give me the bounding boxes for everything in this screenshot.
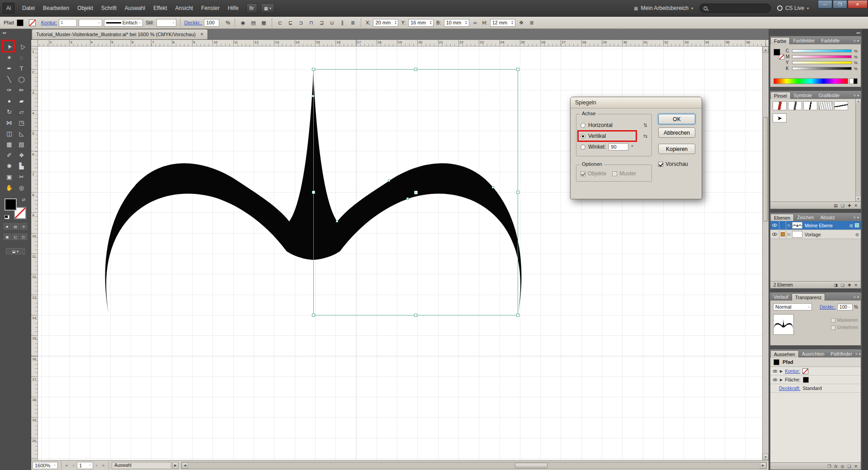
previous-page-button[interactable]: ‹ — [70, 463, 77, 468]
mesh-tool[interactable]: ▦ — [3, 139, 15, 150]
preview-checkbox[interactable] — [658, 162, 663, 167]
stepper-icon[interactable]: ▴▾ — [512, 20, 513, 25]
appearance-opacity-row[interactable]: Deckkraft: Standard — [770, 384, 861, 393]
search-input[interactable] — [699, 4, 771, 13]
visibility-toggle[interactable] — [770, 221, 779, 230]
gradient-tool[interactable]: ▤ — [15, 139, 28, 150]
panel-scrollbar[interactable]: ▲▼ — [855, 99, 861, 202]
zoom-tool[interactable]: ◎ — [15, 182, 28, 193]
anchor-point[interactable] — [336, 220, 338, 222]
gradient-mode-button[interactable]: ▤ — [12, 223, 19, 230]
symbol-sprayer-tool[interactable]: ✺ — [3, 160, 15, 171]
layer-row-vorlage[interactable]: ▷Vorlage◎ — [770, 230, 861, 239]
x-input[interactable]: 20 mm ▴▾ — [373, 19, 398, 27]
new-folder-icon[interactable]: ❏ — [841, 203, 844, 208]
document-setup-icon[interactable]: ▤ — [249, 19, 258, 27]
vertical-ruler[interactable]: 1234567891011121314151617181920 — [31, 47, 38, 460]
next-page-button[interactable]: › — [93, 463, 100, 468]
paintbrush-tool[interactable]: ✑ — [3, 85, 15, 95]
scroll-up-icon[interactable]: ▲ — [763, 47, 769, 53]
dialog-titlebar[interactable]: Spiegeln — [571, 97, 702, 108]
layer-target-icon[interactable]: ◎ — [854, 232, 861, 237]
brushes-tab-symbole[interactable]: Symbole — [791, 92, 816, 99]
column-graph-tool[interactable]: ▙ — [15, 160, 28, 171]
blend-tool[interactable]: ❖ — [15, 150, 28, 160]
dock-collapse-icon[interactable]: ▸▸ — [857, 31, 860, 35]
scale-tool[interactable]: ▱ — [15, 106, 28, 117]
arrange-documents-button[interactable]: ▦ ▾ — [261, 3, 274, 13]
preview-row[interactable]: Vorschau — [658, 161, 695, 167]
layer-row-meine-ebene[interactable]: ▷Meine Ebene◎ — [770, 221, 861, 230]
visibility-toggle[interactable] — [770, 230, 779, 239]
pen-tool[interactable]: ✒ — [3, 63, 15, 74]
scroll-left-icon[interactable]: ◀ — [182, 462, 188, 469]
style-select[interactable]: ▾ — [156, 19, 176, 27]
brushes-tab-pinsel[interactable]: Pinsel — [770, 92, 791, 99]
opacity-flyout-icon[interactable]: ▸ — [221, 21, 223, 25]
workspace-switcher[interactable]: ▦ Mein Arbeitsbereich ▾ — [634, 5, 693, 11]
menu-fenster[interactable]: Fenster — [197, 3, 224, 14]
transparency-opacity-link[interactable]: Deckkr.: — [820, 305, 836, 310]
draw-inside-button[interactable]: ◰ — [20, 234, 27, 240]
swap-fill-stroke-icon[interactable]: ⇄ — [22, 197, 25, 202]
channel-slider-y[interactable] — [792, 61, 852, 64]
lock-toggle[interactable] — [779, 230, 786, 239]
distribute-horizontal-icon[interactable]: ∥ — [338, 19, 347, 27]
shape-builder-tool[interactable]: ◫ — [3, 128, 15, 139]
magic-wand-tool[interactable]: ✶ — [3, 52, 15, 63]
cs-live-menu[interactable]: CS Live ▾ — [777, 5, 809, 11]
anchor-point[interactable] — [406, 197, 409, 200]
angle-radio[interactable] — [580, 145, 585, 150]
align-right-icon[interactable]: ⊐ — [297, 19, 305, 27]
toolbar-collapse-icon[interactable]: ◂◂ — [0, 29, 8, 37]
lasso-tool[interactable]: ◌ — [15, 52, 28, 63]
width-tool[interactable]: ⋈ — [3, 117, 15, 128]
channel-slider-k[interactable] — [792, 67, 852, 70]
panel-menu-button[interactable]: ≡▾ — [854, 39, 861, 44]
new-layer-icon[interactable]: ✚ — [848, 283, 851, 287]
stroke-weight-input[interactable]: ▴▾ — [59, 19, 77, 27]
vertical-radio[interactable] — [580, 134, 585, 139]
ellipse-tool[interactable]: ◯ — [15, 74, 28, 85]
perspective-grid-tool[interactable]: ◺ — [15, 128, 28, 139]
fill-black-swatch[interactable] — [803, 377, 809, 383]
stroke-swatch[interactable] — [29, 19, 36, 26]
menu-effekt[interactable]: Effekt — [149, 3, 171, 14]
selection-bounding-box[interactable] — [313, 69, 518, 315]
appearance-fill-row[interactable]: ▶ Fläche: — [770, 376, 861, 384]
angle-radio-row[interactable]: Winkel: 90 ° — [580, 141, 647, 152]
align-top-icon[interactable]: ⊓ — [307, 19, 316, 27]
none-mode-button[interactable]: ⊘ — [20, 223, 27, 230]
draw-normal-button[interactable]: ▣ — [4, 234, 11, 240]
document-tab[interactable]: Tutorial_Muster-Visitenkarte_Illustrator… — [32, 29, 208, 39]
y-input[interactable]: 16 mm ▴▾ — [408, 19, 434, 27]
opacity-link[interactable]: Deckkr.: — [184, 20, 202, 25]
menu-objekt[interactable]: Objekt — [73, 3, 97, 14]
delete-icon[interactable]: ✕ — [854, 203, 858, 208]
height-input[interactable]: 12 mm ▴▾ — [490, 19, 515, 27]
panel-menu-button[interactable]: ≡▾ — [854, 94, 861, 99]
align-left-icon[interactable]: ⊏ — [276, 19, 284, 27]
brush-item[interactable] — [803, 101, 817, 110]
selection-center-point[interactable] — [414, 191, 418, 194]
anchor-point[interactable] — [388, 179, 390, 182]
stroke-weight-link[interactable]: Kontur: — [41, 20, 57, 25]
ruler-origin-corner[interactable] — [31, 40, 38, 47]
vertical-scroll-thumb[interactable] — [763, 117, 768, 221]
menu-auswahl[interactable]: Auswahl — [121, 3, 149, 14]
transform-icon[interactable]: ✥ — [517, 19, 526, 27]
brush-item[interactable] — [788, 101, 802, 110]
last-page-button[interactable]: » — [100, 463, 107, 468]
layers-tab-ebenen[interactable]: Ebenen — [770, 214, 794, 221]
first-page-button[interactable]: « — [63, 463, 70, 468]
direct-selection-tool[interactable]: ▷ — [15, 41, 28, 52]
anchor-point[interactable] — [492, 186, 494, 188]
angle-input[interactable]: 90 — [609, 143, 628, 150]
hand-tool[interactable]: ✋ — [3, 182, 15, 193]
cancel-button[interactable]: Abbrechen — [658, 127, 695, 138]
color-mode-button[interactable]: ■ — [4, 223, 11, 230]
menu-ansicht[interactable]: Ansicht — [171, 3, 197, 14]
transparency-tab-verlauf[interactable]: Verlauf — [770, 293, 792, 301]
width-input[interactable]: 10 mm ▴▾ — [444, 19, 469, 27]
new-sublayer-icon[interactable]: ❏ — [841, 283, 844, 287]
